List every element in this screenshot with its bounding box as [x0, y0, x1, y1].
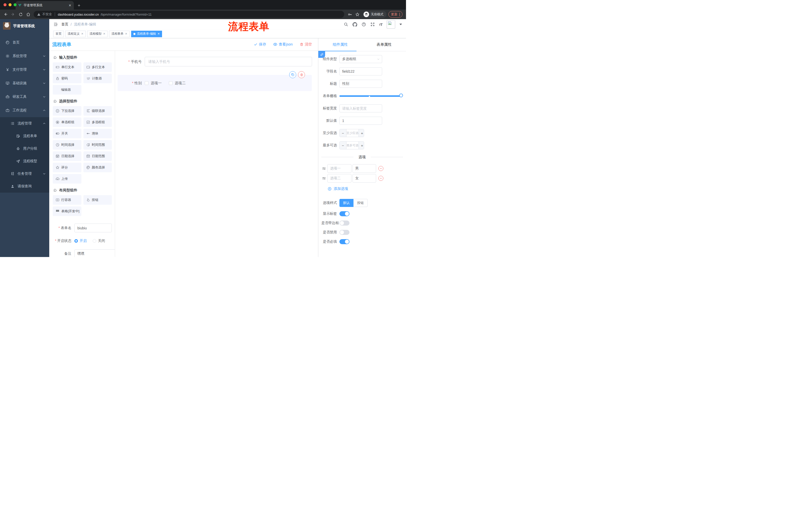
browser-update-button[interactable]: 更新	[388, 11, 403, 18]
sidebar-item-9[interactable]: 流程模型	[0, 155, 49, 167]
new-tab-button[interactable]	[76, 2, 82, 9]
forward-icon[interactable]	[9, 11, 17, 18]
browser-tab[interactable]: 芋道管理系统 ✕	[16, 1, 74, 9]
palette-item[interactable]: 表格[开发中]	[53, 207, 81, 216]
palette-item[interactable]: 下拉选择	[53, 106, 81, 116]
palette-item[interactable]: 多行文本	[83, 62, 112, 72]
sidebar-item-4[interactable]: 研发工具	[0, 90, 49, 104]
palette-item[interactable]: 编辑器	[53, 85, 81, 94]
palette-item[interactable]: 单行文本	[53, 62, 81, 72]
help-icon[interactable]	[361, 22, 366, 27]
sidebar-item-8[interactable]: 用户分组	[0, 142, 49, 155]
palette-item[interactable]: 评分	[53, 163, 81, 172]
remove-option-icon[interactable]	[378, 176, 383, 181]
option-value-input[interactable]: 男	[352, 164, 376, 173]
clear-button[interactable]: 清空	[300, 42, 312, 47]
sidebar-item-11[interactable]: 请假查询	[0, 180, 49, 193]
max-select-value[interactable]: 最多可选	[346, 141, 359, 149]
tab-component-props[interactable]: 组件属性	[318, 38, 362, 51]
add-option-button[interactable]: 添加选项	[328, 186, 403, 191]
palette-item[interactable]: 时间范围	[83, 140, 112, 150]
plus-icon[interactable]: +	[359, 129, 364, 137]
tag-close-icon[interactable]: ✕	[103, 32, 105, 35]
sidebar-item-7[interactable]: 流程表单	[0, 130, 49, 142]
duplicate-component-button[interactable]	[289, 71, 296, 78]
tag-2[interactable]: 流程模型✕	[87, 31, 108, 37]
phone-field-input[interactable]: 请输入手机号	[145, 57, 312, 66]
sidebar-item-1[interactable]: 系统管理	[0, 49, 49, 63]
title-input[interactable]	[342, 82, 379, 86]
palette-item[interactable]: 开关	[53, 129, 81, 138]
security-label[interactable]: 不安全	[42, 12, 52, 17]
tag-0[interactable]: 首页	[53, 31, 64, 37]
palette-item[interactable]: 日期范围	[83, 152, 112, 161]
palette-item[interactable]: 按钮	[83, 195, 112, 205]
back-icon[interactable]	[2, 11, 9, 18]
tag-3[interactable]: 流程表单✕	[109, 31, 129, 37]
avatar[interactable]	[387, 20, 395, 29]
sidebar-item-10[interactable]: 任务管理	[0, 167, 49, 180]
reload-icon[interactable]	[17, 11, 24, 18]
tab-close-icon[interactable]: ✕	[68, 3, 71, 7]
avatar-caret-icon[interactable]	[400, 24, 402, 25]
slider-handle[interactable]	[399, 93, 403, 97]
toggle-switch[interactable]	[340, 230, 349, 235]
option-label-input[interactable]: 选项二	[327, 174, 351, 183]
address-bar[interactable]: 不安全 dashboard.yudao.iocoder.cn/bpm/manag…	[34, 11, 344, 18]
slider-track[interactable]	[340, 95, 402, 97]
palette-item[interactable]: 行容器	[53, 195, 81, 205]
update-label[interactable]: 更新	[391, 12, 398, 17]
hamburger-icon[interactable]	[53, 22, 58, 27]
sidebar-item-6[interactable]: 流程管理	[0, 117, 49, 130]
delete-component-button[interactable]	[298, 71, 305, 78]
palette-item[interactable]: 上传	[53, 174, 81, 184]
minus-icon[interactable]: −	[340, 129, 346, 137]
default-value-input[interactable]	[342, 119, 379, 123]
sidebar-item-0[interactable]: 首页	[0, 36, 49, 49]
toggle-switch[interactable]	[340, 211, 349, 216]
style-default-button[interactable]: 默认	[340, 199, 353, 207]
breadcrumb-home[interactable]: 首页	[61, 22, 68, 27]
palette-item[interactable]: 时间选择	[53, 140, 81, 150]
close-window-button[interactable]	[3, 3, 6, 6]
tag-close-icon[interactable]: ✕	[81, 32, 83, 35]
maximize-window-button[interactable]	[13, 3, 17, 6]
drag-handle-icon[interactable]	[322, 176, 326, 181]
browser-menu-icon[interactable]	[399, 13, 400, 16]
palette-item[interactable]: 滑块	[83, 129, 112, 138]
tag-4[interactable]: 流程表单-编辑✕	[131, 31, 162, 37]
style-button-button[interactable]: 按钮	[353, 199, 368, 207]
home-icon[interactable]	[25, 11, 32, 18]
status-on-radio[interactable]: 开启	[75, 239, 87, 243]
github-icon[interactable]	[352, 22, 357, 27]
password-key-icon[interactable]	[346, 11, 353, 18]
form-name-input[interactable]	[75, 223, 112, 232]
option-value-input[interactable]: 女	[352, 174, 376, 183]
plus-icon[interactable]: +	[359, 141, 364, 149]
palette-item[interactable]: 级联选择	[83, 106, 112, 116]
remark-textarea[interactable]: 嘿嘿	[75, 249, 115, 257]
label-width-input[interactable]	[342, 106, 379, 110]
drag-handle-icon[interactable]	[322, 166, 326, 171]
link-icon[interactable]	[318, 51, 325, 58]
minimize-window-button[interactable]	[8, 3, 11, 6]
view-json-button[interactable]: 查看json	[273, 42, 293, 47]
gender-checkbox-option[interactable]: 选项一	[145, 81, 162, 85]
option-label-input[interactable]: 选项一	[327, 164, 351, 173]
minus-icon[interactable]: −	[340, 141, 346, 149]
tab-form-props[interactable]: 表单属性	[362, 38, 406, 51]
tag-close-icon[interactable]: ✕	[157, 32, 160, 35]
form-grid-slider[interactable]	[340, 92, 402, 100]
remove-option-icon[interactable]	[378, 166, 383, 171]
palette-item[interactable]: 日期选择	[53, 152, 81, 161]
field-name-input[interactable]	[342, 70, 379, 74]
palette-item[interactable]: 多选框组	[83, 117, 112, 127]
status-off-radio[interactable]: 关闭	[93, 239, 105, 243]
canvas-field-gender[interactable]: 性别 选项一选项二	[118, 75, 312, 91]
save-button[interactable]: 保存	[254, 42, 266, 47]
palette-item[interactable]: 单选框组	[53, 117, 81, 127]
min-select-value[interactable]: 至少应选	[346, 129, 359, 137]
form-canvas[interactable]: 手机号 请输入手机号 性别 选项一选项二	[115, 51, 318, 257]
search-icon[interactable]	[344, 22, 348, 27]
palette-item[interactable]: 123计数器	[83, 74, 112, 83]
